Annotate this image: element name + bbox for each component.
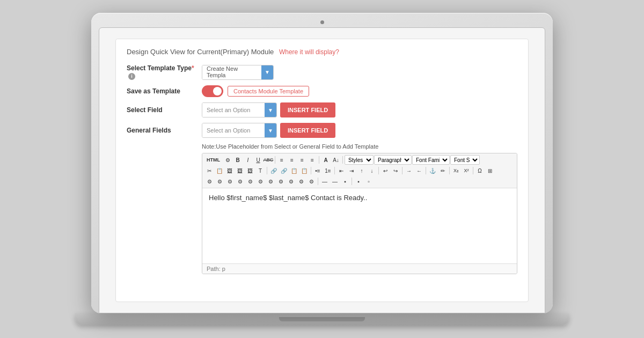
toolbar-row-3: ⚙ ⚙ ⚙ ⚙ ⚙ ⚙ ⚙ ⚙ ⚙ ⚙ ⚙ —: [204, 177, 515, 186]
tb-text[interactable]: T: [255, 166, 265, 175]
tb-font-family-select[interactable]: Font Family: [412, 155, 450, 165]
laptop-notch: [279, 317, 365, 321]
laptop-base: [75, 313, 569, 325]
insert-field-button-1[interactable]: INSERT FIELD: [280, 102, 335, 117]
tb-block-1[interactable]: ▪: [340, 177, 350, 186]
tb-ordered-list[interactable]: 1≡: [323, 166, 333, 175]
tb-cut[interactable]: ✂: [204, 166, 214, 175]
tb-sep-7: [378, 167, 379, 174]
tb-undo[interactable]: ↩: [380, 166, 390, 175]
toolbar-row-1: HTML ⚙ B I U ABC ≡ ≡ ≡ ≡ A: [204, 155, 515, 165]
tb-para-up[interactable]: ↑: [357, 166, 367, 175]
tb-settings[interactable]: ⚙: [223, 155, 232, 165]
tb-block-3[interactable]: ▫: [364, 177, 374, 186]
page-title: Design Quick View for Current(Primary) M…: [127, 48, 517, 56]
general-fields-arrow[interactable]: ▼: [265, 123, 276, 137]
tb-copy[interactable]: 📋: [215, 166, 224, 175]
tb-strikethrough[interactable]: ABC: [264, 155, 273, 165]
general-fields-group: Select an Option ▼ INSERT FIELD: [202, 123, 335, 138]
tb-paste-1[interactable]: 📋: [289, 166, 299, 175]
tb-align-center[interactable]: ≡: [287, 155, 297, 165]
tb-sep-10: [449, 167, 450, 174]
template-type-label: Select Template Type* i: [127, 64, 202, 80]
general-fields-row: General Fields Select an Option ▼ INSERT…: [127, 123, 517, 138]
tb-block-2[interactable]: ▪: [354, 177, 363, 186]
tb-r3-11[interactable]: ⚙: [306, 177, 316, 186]
tb-unordered-list[interactable]: •≡: [313, 166, 323, 175]
tb-hr-2[interactable]: —: [330, 177, 340, 186]
tb-special-chars[interactable]: Ω: [475, 166, 485, 175]
template-type-arrow[interactable]: ▼: [261, 65, 273, 79]
tb-bold[interactable]: B: [233, 155, 243, 165]
tb-hr-1[interactable]: —: [320, 177, 330, 186]
tb-indent[interactable]: ⇥: [347, 166, 356, 175]
select-field-dropdown[interactable]: Select an Option ▼: [202, 102, 277, 117]
tb-font-color[interactable]: A: [321, 155, 331, 165]
tb-image-2[interactable]: 🖼: [235, 166, 245, 175]
tb-back[interactable]: ←: [414, 166, 424, 175]
tb-underline[interactable]: U: [253, 155, 263, 165]
tb-image-3[interactable]: 🖼: [245, 166, 255, 175]
tb-sep-9: [426, 167, 426, 174]
tb-r3-3[interactable]: ⚙: [225, 177, 235, 186]
tb-r3-2[interactable]: ⚙: [215, 177, 224, 186]
tb-paste-2[interactable]: 📋: [299, 166, 309, 175]
select-field-row: Select Field Select an Option ▼ INSERT F…: [127, 102, 517, 117]
save-as-template-toggle[interactable]: [202, 85, 223, 97]
tb-italic[interactable]: I: [243, 155, 253, 165]
tb-sep-6: [334, 167, 335, 174]
tb-r3-10[interactable]: ⚙: [296, 177, 306, 186]
select-field-placeholder[interactable]: Select an Option: [202, 103, 265, 117]
tb-r3-8[interactable]: ⚙: [276, 177, 286, 186]
select-field-arrow[interactable]: ▼: [265, 103, 276, 117]
tb-r3-9[interactable]: ⚙: [286, 177, 296, 186]
tb-r3-1[interactable]: ⚙: [204, 177, 214, 186]
contacts-module-template-btn[interactable]: Contacts Module Template: [228, 86, 309, 97]
template-type-row: Select Template Type* i Create New Templ…: [127, 64, 517, 80]
tb-align-justify[interactable]: ≡: [308, 155, 317, 165]
tb-align-left[interactable]: ≡: [277, 155, 287, 165]
tb-para-down[interactable]: ↓: [367, 166, 377, 175]
insert-field-button-2[interactable]: INSERT FIELD: [280, 123, 335, 138]
template-type-dropdown[interactable]: Create New Templa ▼: [202, 65, 274, 80]
where-display-link[interactable]: Where it will display?: [279, 48, 339, 56]
tb-forward[interactable]: →: [404, 166, 414, 175]
tb-html[interactable]: HTML: [204, 155, 222, 165]
general-fields-label: General Fields: [127, 127, 202, 134]
tb-outdent[interactable]: ⇤: [336, 166, 346, 175]
general-fields-placeholder[interactable]: Select an Option: [202, 123, 265, 137]
tb-unlink[interactable]: 🔗: [279, 166, 289, 175]
tb-superscript[interactable]: X²: [462, 166, 471, 175]
tb-link[interactable]: 🔗: [269, 166, 279, 175]
tb-r3-6[interactable]: ⚙: [255, 177, 265, 186]
template-type-value[interactable]: Create New Templa: [202, 65, 261, 79]
rich-text-editor[interactable]: HTML ⚙ B I U ABC ≡ ≡ ≡ ≡ A: [202, 153, 517, 274]
tb-redo[interactable]: ↪: [391, 166, 400, 175]
tb-sep-11: [473, 167, 473, 174]
tb-styles-select[interactable]: Styles: [345, 155, 374, 165]
tb-r3-4[interactable]: ⚙: [235, 177, 245, 186]
tb-table[interactable]: ⊞: [485, 166, 495, 175]
laptop-wrapper: Design Quick View for Current(Primary) M…: [75, 13, 569, 325]
editor-toolbar: HTML ⚙ B I U ABC ≡ ≡ ≡ ≡ A: [202, 153, 517, 188]
editor-footer: Path: p: [202, 263, 517, 274]
note-text: Note:Use Placeholder from Select or Gene…: [202, 143, 517, 150]
tb-paragraph-select[interactable]: Paragraph: [374, 155, 412, 165]
tb-r3-7[interactable]: ⚙: [266, 177, 275, 186]
tb-sep-1: [275, 156, 275, 164]
editor-text: Hello $first_name$ $last_name$ Contact i…: [209, 194, 367, 202]
tb-font-size-select[interactable]: Font Size: [450, 155, 480, 165]
select-field-label: Select Field: [127, 106, 202, 114]
tb-r3-5[interactable]: ⚙: [245, 177, 255, 186]
laptop-screen: Design Quick View for Current(Primary) M…: [99, 27, 545, 313]
tb-subscript[interactable]: X₂: [451, 166, 461, 175]
tb-image-1[interactable]: 🖼: [225, 166, 235, 175]
editor-content-area[interactable]: Hello $first_name$ $last_name$ Contact i…: [202, 188, 517, 263]
general-fields-dropdown[interactable]: Select an Option ▼: [202, 123, 277, 138]
tb-highlight[interactable]: A↓: [331, 155, 341, 165]
tb-sep-5: [311, 167, 311, 174]
tb-align-right[interactable]: ≡: [297, 155, 307, 165]
tb-anchor[interactable]: ⚓: [428, 166, 437, 175]
tb-sep-r3-2: [352, 178, 352, 185]
tb-edit[interactable]: ✏: [438, 166, 448, 175]
